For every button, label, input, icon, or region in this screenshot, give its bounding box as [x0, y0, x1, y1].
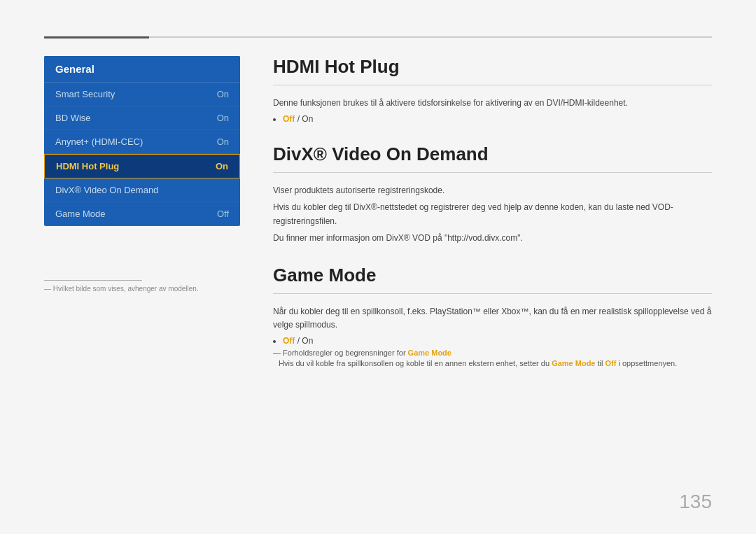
- section-paragraph: Denne funksjonen brukes til å aktivere t…: [273, 97, 712, 110]
- sidebar-item-divx[interactable]: DivX® Video On Demand: [44, 178, 240, 202]
- sidebar-item-label: Game Mode: [55, 209, 106, 219]
- sidebar-item-bd-wise[interactable]: BD Wise On: [44, 106, 240, 130]
- section-paragraph-3: Du finner mer informasjon om DivX® VOD p…: [273, 232, 712, 245]
- game-mode-bold: Game Mode: [408, 349, 451, 357]
- top-accent-bar: [44, 36, 149, 38]
- section-divider: [273, 172, 712, 173]
- sidebar: General Smart Security On BD Wise On Any…: [44, 56, 240, 226]
- sidebar-item-value: On: [216, 161, 228, 171]
- sidebar-item-anynet-hdmi-cec[interactable]: Anynet+ (HDMI-CEC) On: [44, 130, 240, 154]
- off-label: Off: [283, 336, 295, 346]
- footnote-divider: [44, 280, 142, 281]
- section-title-game-mode: Game Mode: [273, 265, 712, 286]
- section-title-hdmi-hot-plug: HDMI Hot Plug: [273, 56, 712, 78]
- bullet-list-hdmi: Off / On: [283, 114, 712, 124]
- sidebar-footnote: ― Hvilket bilde som vises, avhenger av m…: [44, 280, 240, 293]
- on-label: On: [302, 114, 313, 124]
- note-2: Hvis du vil koble fra spillkonsollen og …: [273, 359, 712, 367]
- section-hdmi-hot-plug: HDMI Hot Plug Denne funksjonen brukes ti…: [273, 56, 712, 124]
- sidebar-item-value: On: [217, 113, 229, 123]
- off-label: Off: [283, 114, 295, 124]
- bullet-list-game-mode: Off / On: [283, 336, 712, 346]
- footnote-text: ― Hvilket bilde som vises, avhenger av m…: [44, 285, 240, 293]
- section-paragraph-2: Hvis du kobler deg til DivX®-nettstedet …: [273, 201, 712, 227]
- sidebar-item-label: HDMI Hot Plug: [56, 161, 119, 171]
- sidebar-item-label: BD Wise: [55, 113, 91, 123]
- sidebar-item-hdmi-hot-plug[interactable]: HDMI Hot Plug On: [44, 154, 240, 178]
- sidebar-item-value: On: [217, 136, 229, 147]
- sidebar-item-label: DivX® Video On Demand: [55, 185, 158, 195]
- game-mode-ref-1: Game Mode: [552, 359, 595, 367]
- section-title-divx: DivX® Video On Demand: [273, 143, 712, 165]
- section-game-mode: Game Mode Når du kobler deg til en spill…: [273, 265, 712, 367]
- page-number: 135: [679, 491, 712, 513]
- bullet-item-off-on: Off / On: [283, 336, 712, 346]
- section-divider: [273, 85, 712, 85]
- sidebar-item-value: On: [217, 89, 229, 99]
- off-ref: Off: [606, 359, 617, 367]
- sidebar-header: General: [44, 56, 240, 83]
- section-divx: DivX® Video On Demand Viser produktets a…: [273, 143, 712, 245]
- sidebar-item-label: Anynet+ (HDMI-CEC): [55, 136, 143, 147]
- sidebar-item-game-mode[interactable]: Game Mode Off: [44, 202, 240, 226]
- section-paragraph-1: Viser produktets autoriserte registrerin…: [273, 184, 712, 197]
- sidebar-item-value: Off: [217, 209, 229, 219]
- main-content: HDMI Hot Plug Denne funksjonen brukes ti…: [273, 56, 712, 387]
- sidebar-item-smart-security[interactable]: Smart Security On: [44, 83, 240, 106]
- section-paragraph: Når du kobler deg til en spillkonsoll, f…: [273, 305, 712, 332]
- bullet-item-off-on: Off / On: [283, 114, 712, 124]
- note-1: ― Forholdsregler og begrensninger for Ga…: [273, 349, 712, 357]
- section-divider: [273, 293, 712, 294]
- sidebar-item-label: Smart Security: [55, 89, 115, 99]
- on-label: On: [302, 336, 313, 346]
